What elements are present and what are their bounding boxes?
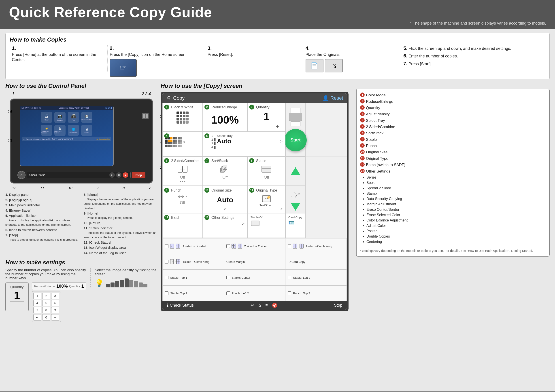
stop-button[interactable]: Stop <box>132 172 146 178</box>
sub-id-card[interactable]: ID Card Copy <box>285 254 347 270</box>
staple-svg <box>261 165 272 173</box>
scanner-icon[interactable]: 📷Scanner <box>54 112 66 123</box>
key-7[interactable]: 7 <box>33 307 41 313</box>
legend-item-1: 1 Color Mode <box>360 92 546 98</box>
key-3[interactable]: 3 <box>51 293 59 299</box>
app-list-icon[interactable] <box>142 113 148 119</box>
settings-left: Specify the number of copies. You can al… <box>5 268 86 322</box>
doc-server-icon[interactable]: 🗄Document Server <box>54 125 66 136</box>
stop-bottom-text: Stop <box>334 303 342 308</box>
how-to-settings-section: How to make settings Specify the number … <box>5 259 158 322</box>
sub-staple-top2[interactable]: Staple: Top 2 <box>162 285 224 301</box>
qty-label: Quantity <box>10 285 24 289</box>
header-note: * The shape of the machine and screen di… <box>9 21 546 26</box>
printer-icon-display <box>289 108 302 126</box>
fax-icon[interactable]: 📠Fax <box>68 112 79 123</box>
reset-btn[interactable]: Reset <box>330 95 343 101</box>
tray-1: 1 <box>212 134 216 138</box>
reduce-value-mini: 100% <box>56 284 68 289</box>
cb-st2 <box>165 292 168 295</box>
copy-screen-title: How to use the [Copy] screen <box>161 82 353 89</box>
sub-create-margin[interactable]: Create Margin <box>224 254 285 270</box>
stop-circle-icon: ⊗ <box>272 303 277 308</box>
sub-staple-center[interactable]: Staple: Center <box>224 270 285 285</box>
system-message-bar: ⚠ System Message [Logged in: [NEW YORK O… <box>22 137 111 141</box>
legend-text-4: Adjust density <box>366 111 390 117</box>
dot <box>183 112 185 114</box>
cell-11-value: Text/Photo <box>250 204 283 207</box>
web-browser-icon[interactable]: 🌐Web Browser <box>68 125 79 136</box>
density-demo: 💡 <box>95 278 158 287</box>
sub-1s-comb-2[interactable]: → 1 2 1sided→Comb 2orig <box>285 238 347 254</box>
key-1[interactable]: 1 <box>33 293 41 299</box>
printer-icon[interactable]: 🖨Printer <box>81 125 92 136</box>
print-memory-icon[interactable]: 💾Print/Scan/Mem <box>81 112 92 123</box>
d20 <box>178 142 180 144</box>
original-type-icon: Aa <box>250 195 283 204</box>
check-status-bottom[interactable]: ℹ Check Status <box>167 303 194 308</box>
legend-text-1: Color Mode <box>366 92 386 98</box>
tray-layout: 1 2 █ 3 █ 4 █ Select Tray Auto <box>212 134 283 149</box>
nav-buttons: ↩ ≡ ● <box>110 172 128 178</box>
quick-print-icon[interactable]: ⚡Quick Print Release <box>41 125 52 136</box>
callout-7b: 7 <box>149 186 151 190</box>
sub-staple-left2[interactable]: Staple: Left 2 <box>285 270 347 285</box>
step-6-num: 6. <box>403 53 407 58</box>
cell-6-off: Off <box>165 175 200 180</box>
sub-1s-2s[interactable]: → 1 1 2 1 sided → 2 sided <box>162 238 224 254</box>
key-5[interactable]: 5 <box>42 300 50 306</box>
dot <box>183 115 185 117</box>
home-button[interactable]: ⌂ <box>17 171 25 179</box>
dot <box>176 115 179 117</box>
cell-3-num: 3 <box>249 105 254 109</box>
punch-chevron: > <box>184 195 187 199</box>
legend-num-2: 2 <box>360 99 365 103</box>
copy-steps-5-7: 5. Flick the screen up and down, and mak… <box>401 45 545 72</box>
sub-2s-2s[interactable]: → 1 2 1 2 2 sided → 2 side <box>224 238 285 254</box>
d28 <box>180 145 182 147</box>
menu-bottom-btn[interactable]: ≡ <box>265 303 268 308</box>
sub-punch-left2[interactable]: Punch: Left 2 <box>224 285 285 301</box>
legend-text-13: Other Settings <box>366 169 390 174</box>
copy-screen-wrapper: 🖨 Copy 👤 Reset <box>161 92 349 311</box>
sub-double: Double Copies <box>366 234 546 239</box>
sub-1s-comb-4[interactable]: + → 1sided→Comb 4orig <box>162 254 224 270</box>
copy-app-icon[interactable]: 🖨Copy <box>41 112 52 123</box>
sub-stamp: Stamp <box>366 191 546 196</box>
key-fwd[interactable]: → <box>51 314 59 321</box>
qty-plus-btn[interactable]: + <box>276 123 279 130</box>
legend-num-13: 13 <box>360 169 365 173</box>
key-back[interactable]: ← <box>33 314 41 321</box>
svg-point-11 <box>267 196 270 199</box>
dot <box>186 118 189 121</box>
density-bulb-icon: 💡 <box>95 279 104 287</box>
cell-black-white: 1 Black & White <box>162 103 203 132</box>
cell-6-num: 6 <box>164 158 169 163</box>
logout-btn[interactable]: Logout <box>105 107 112 109</box>
key-9[interactable]: 9 <box>51 307 59 313</box>
back-bottom-btn[interactable]: ↩ <box>250 303 254 308</box>
key-8[interactable]: 8 <box>42 307 50 313</box>
qty-controls: — + <box>250 123 283 130</box>
staple-icon <box>250 165 283 173</box>
check-status-label[interactable]: Check Status <box>29 173 45 177</box>
qty-minus-btn[interactable]: — <box>254 123 259 130</box>
key-6[interactable]: 6 <box>51 300 59 306</box>
sub-staple-top1[interactable]: Staple: Top 1 <box>162 270 224 285</box>
legend-note: * Settings vary depending on the models … <box>360 247 546 253</box>
stop-bottom[interactable]: Stop <box>334 303 342 308</box>
punch-icon: > <box>165 195 200 199</box>
dot <box>180 118 182 121</box>
key-2[interactable]: 2 <box>42 293 50 299</box>
back-button[interactable]: ↩ <box>110 172 115 178</box>
home-bottom-btn[interactable]: ⌂ <box>258 303 261 308</box>
legend-text-8: Staple <box>366 137 377 143</box>
start-button[interactable]: Start <box>284 129 307 151</box>
key-4[interactable]: 4 <box>33 300 41 306</box>
cell-staple: 8 Staple Off <box>248 157 285 186</box>
sub-book: Book <box>366 180 546 185</box>
step-2-text: Press the [Copy] icon on the Home screen… <box>110 52 187 57</box>
sub-punch-top2[interactable]: Punch: Top 2 <box>285 285 347 301</box>
menu-button[interactable]: ≡ <box>116 172 122 178</box>
key-0[interactable]: 0 <box>42 314 50 321</box>
